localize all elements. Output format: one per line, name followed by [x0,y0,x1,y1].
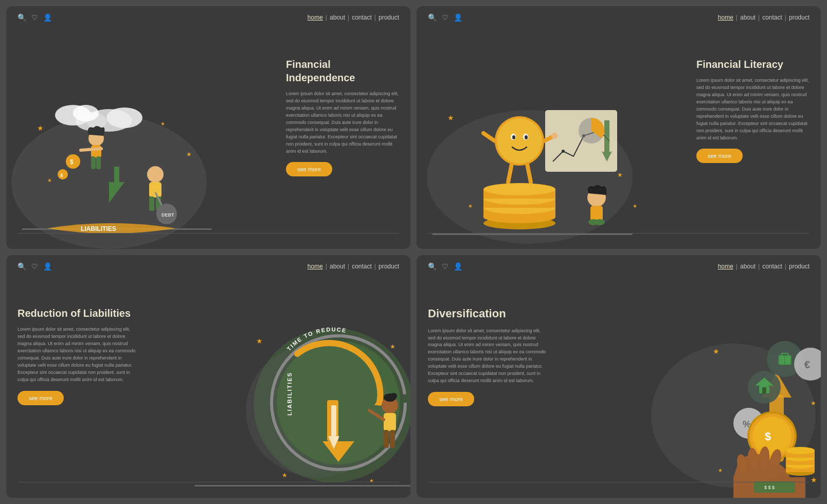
svg-text:LIABILITIES: LIABILITIES [286,372,293,416]
body-reduction-liabilities: Lorem ipsum dolor sit amet, consectetur … [17,326,136,384]
svg-text:★: ★ [37,124,44,132]
see-more-button-4[interactable]: see more [428,392,474,406]
svg-text:$ $ $: $ $ $ [764,485,775,490]
nav-contact-4[interactable]: contact [762,263,782,270]
nav-icons-4: 🔍 ♡ 👤 [428,262,462,271]
svg-text:€: € [804,359,810,370]
svg-rect-15 [96,156,101,169]
card-diversification: 🔍 ♡ 👤 home | about | contact | product D… [417,255,821,498]
nav-contact-1[interactable]: contact [352,14,372,21]
search-icon-4[interactable]: 🔍 [428,262,437,271]
heart-icon-4[interactable]: ♡ [442,262,448,271]
svg-text:★: ★ [633,203,637,209]
svg-rect-78 [390,430,395,448]
svg-point-38 [512,135,515,139]
svg-text:★: ★ [447,114,454,122]
svg-text:$: $ [60,173,63,178]
svg-text:★: ★ [47,177,52,183]
nav-home-4[interactable]: home [718,263,733,270]
svg-point-56 [595,219,605,225]
svg-text:$: $ [70,158,74,166]
heart-icon[interactable]: ♡ [31,13,38,22]
svg-rect-96 [762,387,766,393]
svg-text:DEBT: DEBT [161,212,174,218]
nav-product-4[interactable]: product [789,263,810,270]
content-diversification: Diversification Lorem ipsum dolor sit am… [428,307,546,406]
svg-line-13 [81,149,101,150]
svg-text:★: ★ [369,478,374,483]
svg-rect-54 [590,206,603,221]
nav-1: 🔍 ♡ 👤 home | about | contact | product [6,6,410,26]
nav-home-1[interactable]: home [308,14,323,21]
body-financial-independence: Lorem ipsum dolor sit amet, consectetur … [286,91,399,155]
nav-links-1: home | about | contact | product [308,14,399,21]
nav-about-4[interactable]: about [740,263,756,270]
svg-point-42 [551,133,558,139]
content-financial-literacy: Financial Literacy Lorem ipsum dolor sit… [696,58,810,163]
nav-product-3[interactable]: product [379,263,399,270]
svg-text:★: ★ [468,203,473,209]
nav-3: 🔍 ♡ 👤 home | about | contact | product [6,255,410,275]
nav-links-2: home | about | contact | product [718,14,810,21]
nav-links-3: home | about | contact | product [308,263,399,270]
nav-about-1[interactable]: about [330,14,345,21]
svg-point-3 [106,107,142,128]
nav-about-3[interactable]: about [330,263,345,270]
heart-icon-2[interactable]: ♡ [442,13,448,22]
nav-about-2[interactable]: about [740,14,756,21]
search-icon-2[interactable]: 🔍 [428,13,437,22]
user-icon-4[interactable]: 👤 [454,262,462,271]
svg-text:★: ★ [811,476,817,484]
card-reduction-liabilities: 🔍 ♡ 👤 home | about | contact | product R… [6,255,410,498]
nav-icons-3: 🔍 ♡ 👤 [17,262,52,271]
svg-rect-77 [384,430,389,448]
nav-product-2[interactable]: product [789,14,810,21]
nav-contact-3[interactable]: contact [352,263,372,270]
illustration-financial-literacy: ★ ★ ★ ★ [417,79,648,249]
svg-rect-63 [194,485,410,487]
see-more-button-2[interactable]: see more [696,149,743,163]
nav-home-2[interactable]: home [718,14,733,21]
content-reduction-liabilities: Reduction of Liabilities Lorem ipsum dol… [17,307,136,405]
content-financial-independence: Financial Independence Lorem ipsum dolor… [286,58,399,176]
svg-rect-71 [331,405,336,436]
svg-text:★: ★ [160,121,165,127]
see-more-button-3[interactable]: see more [17,391,64,405]
search-icon-3[interactable]: 🔍 [17,262,26,271]
svg-text:★: ★ [390,343,395,350]
illustration-reduction-liabilities: TIME TO REDUCE LIABILITIES ★ ★ [194,302,410,498]
nav-product-1[interactable]: product [379,14,399,21]
svg-point-101 [752,417,792,456]
user-icon-3[interactable]: 👤 [43,262,52,271]
svg-point-31 [562,150,565,153]
svg-rect-21 [149,182,161,197]
user-icon[interactable]: 👤 [43,13,52,22]
svg-point-20 [147,166,164,183]
svg-point-52 [483,183,555,195]
svg-rect-29 [432,233,633,235]
user-icon-2[interactable]: 👤 [454,13,462,22]
nav-2: 🔍 ♡ 👤 home | about | contact | product [417,6,821,26]
title-diversification: Diversification [428,307,546,321]
nav-home-3[interactable]: home [308,263,323,270]
nav-icons-1: 🔍 ♡ 👤 [17,13,52,22]
search-icon[interactable]: 🔍 [17,13,26,22]
card-financial-literacy: 🔍 ♡ 👤 home | about | contact | product F… [417,6,821,249]
card-divider-2 [428,233,810,233]
card-financial-independence: 🔍 ♡ 👤 home | about | contact | product F… [6,6,410,249]
svg-text:★: ★ [256,337,263,345]
svg-text:★: ★ [282,472,287,479]
svg-rect-14 [91,156,96,169]
illustration-financial-independence: ★ ★ ★ ★ $ $ [6,79,222,249]
svg-text:$: $ [765,430,771,443]
title-financial-literacy: Financial Literacy [696,58,810,71]
nav-contact-2[interactable]: contact [762,14,782,21]
svg-text:★: ★ [617,171,623,178]
svg-point-6 [73,105,99,121]
body-financial-literacy: Lorem ipsum dolor sit amet, consectetur … [696,77,810,141]
see-more-button-1[interactable]: see more [286,162,332,176]
heart-icon-3[interactable]: ♡ [31,262,38,271]
svg-text:★: ★ [186,151,192,158]
title-financial-independence: Financial Independence [286,58,399,84]
card-divider-4 [428,482,810,482]
